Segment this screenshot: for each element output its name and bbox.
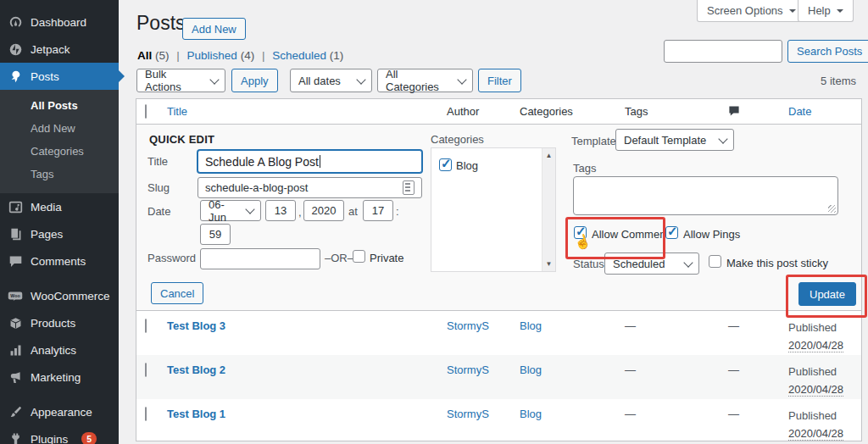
apply-button[interactable]: Apply bbox=[231, 69, 278, 92]
row-checkbox[interactable] bbox=[145, 319, 147, 333]
update-button[interactable]: Update bbox=[798, 282, 856, 306]
screen-options-button[interactable]: Screen Options bbox=[697, 0, 806, 22]
template-select[interactable]: Default Template bbox=[615, 129, 734, 151]
private-checkbox[interactable] bbox=[353, 250, 365, 263]
appearance-icon bbox=[8, 404, 23, 419]
plugins-update-badge: 5 bbox=[81, 432, 97, 444]
sidebar-item-products[interactable]: Products bbox=[0, 309, 119, 336]
slug-label: Slug bbox=[147, 181, 170, 194]
sidebar-item-jetpack[interactable]: Jetpack bbox=[0, 36, 119, 63]
chevron-down-icon bbox=[683, 258, 693, 267]
dates-filter-select[interactable]: All dates bbox=[290, 69, 372, 92]
cancel-button[interactable]: Cancel bbox=[151, 282, 203, 304]
category-link[interactable]: Blog bbox=[520, 319, 542, 332]
author-link[interactable]: StormyS bbox=[447, 364, 489, 376]
items-count: 5 items bbox=[821, 75, 856, 87]
sidebar-item-dashboard[interactable]: Dashboard bbox=[0, 8, 119, 36]
private-label: Private bbox=[370, 252, 403, 264]
date-cell: Published 2020/04/28 bbox=[783, 408, 861, 441]
bulk-actions-select[interactable]: Bulk Actions bbox=[136, 69, 225, 92]
search-input[interactable] bbox=[664, 40, 782, 63]
sidebar-item-media[interactable]: Media bbox=[0, 193, 119, 220]
categories-scrollbar[interactable]: ▲ ▼ bbox=[542, 148, 555, 271]
posts-submenu: All Posts Add New Categories Tags bbox=[0, 90, 119, 193]
column-header-tags: Tags bbox=[620, 105, 723, 118]
filter-button[interactable]: Filter bbox=[478, 69, 521, 92]
chevron-down-icon bbox=[837, 9, 843, 16]
date-at-text: at bbox=[348, 205, 358, 218]
autofill-icon[interactable] bbox=[403, 180, 415, 195]
search-posts-button[interactable]: Search Posts bbox=[787, 40, 868, 63]
status-select[interactable]: Scheduled bbox=[604, 253, 699, 275]
post-title-link[interactable]: Test Blog 3 bbox=[167, 319, 225, 332]
sidebar-item-posts[interactable]: Posts bbox=[0, 63, 119, 90]
view-all-link[interactable]: All bbox=[137, 49, 152, 62]
month-select[interactable]: 06-Jun bbox=[200, 200, 261, 221]
or-separator: –OR– bbox=[325, 252, 353, 264]
minute-input[interactable]: 59 bbox=[200, 224, 231, 245]
tags-value: — bbox=[625, 408, 636, 420]
categories-list-box: Blog ▲ ▼ bbox=[431, 147, 556, 272]
column-header-title[interactable]: Title bbox=[162, 105, 442, 118]
help-button[interactable]: Help bbox=[798, 0, 854, 22]
sidebar-item-label: Media bbox=[31, 201, 62, 214]
comments-value: — bbox=[728, 319, 739, 332]
slug-input[interactable]: schedule-a-blog-post bbox=[198, 177, 422, 198]
quick-edit-panel: QUICK EDIT Title Schedule A Blog Post Sl… bbox=[136, 125, 861, 311]
row-checkbox[interactable] bbox=[145, 363, 147, 377]
post-title-link[interactable]: Test Blog 1 bbox=[167, 408, 225, 420]
password-input[interactable] bbox=[200, 248, 320, 269]
submenu-item-all-posts[interactable]: All Posts bbox=[0, 94, 119, 117]
post-status: Published bbox=[788, 365, 837, 378]
comments-value: — bbox=[728, 364, 739, 376]
sidebar-item-woocommerce[interactable]: Woo WooCommerce bbox=[0, 282, 119, 309]
author-link[interactable]: StormyS bbox=[447, 319, 489, 332]
day-input[interactable]: 13 bbox=[265, 200, 296, 221]
categories-filter-select[interactable]: All Categories bbox=[377, 69, 473, 92]
screen-options-label: Screen Options bbox=[707, 4, 783, 17]
row-checkbox[interactable] bbox=[145, 407, 147, 421]
sidebar-item-plugins[interactable]: Plugins 5 bbox=[0, 425, 119, 444]
add-new-button[interactable]: Add New bbox=[182, 18, 246, 40]
column-header-comments[interactable] bbox=[723, 103, 783, 119]
table-row: Test Blog 2 StormyS Blog — — Published 2… bbox=[136, 355, 861, 399]
submenu-item-categories[interactable]: Categories bbox=[0, 140, 119, 163]
select-all-checkbox[interactable] bbox=[145, 104, 147, 119]
tags-textarea[interactable] bbox=[573, 176, 838, 215]
view-scheduled-link[interactable]: Scheduled bbox=[272, 49, 326, 62]
category-link[interactable]: Blog bbox=[520, 364, 542, 376]
submenu-item-tags[interactable]: Tags bbox=[0, 163, 119, 186]
sidebar-item-label: Plugins bbox=[31, 433, 68, 444]
resize-handle[interactable] bbox=[828, 205, 836, 213]
categories-label: Categories bbox=[431, 133, 484, 146]
sidebar-item-analytics[interactable]: Analytics bbox=[0, 336, 119, 364]
column-header-date[interactable]: Date bbox=[783, 105, 861, 118]
category-blog-label: Blog bbox=[456, 159, 478, 172]
posts-table: Title Author Categories Tags Date QUICK … bbox=[136, 98, 862, 441]
allow-pings-label: Allow Pings bbox=[683, 228, 740, 241]
sidebar-item-pages[interactable]: Pages bbox=[0, 220, 119, 247]
sidebar-item-comments[interactable]: Comments bbox=[0, 247, 119, 275]
post-title-link[interactable]: Test Blog 2 bbox=[167, 364, 225, 376]
chevron-down-icon bbox=[789, 9, 796, 16]
scroll-down-icon[interactable]: ▼ bbox=[542, 260, 555, 268]
sticky-checkbox[interactable] bbox=[709, 255, 721, 268]
template-label: Template bbox=[571, 135, 616, 147]
view-published-link[interactable]: Published bbox=[187, 49, 237, 62]
sidebar-item-marketing[interactable]: Marketing bbox=[0, 364, 119, 391]
hour-input[interactable]: 17 bbox=[363, 200, 393, 221]
allow-pings-checkbox[interactable] bbox=[665, 226, 678, 239]
date-cell: Published 2020/04/28 bbox=[783, 364, 861, 399]
title-input[interactable]: Schedule A Blog Post bbox=[198, 150, 422, 173]
scroll-up-icon[interactable]: ▲ bbox=[542, 152, 555, 159]
sidebar-item-appearance[interactable]: Appearance bbox=[0, 398, 119, 425]
category-blog-checkbox[interactable] bbox=[439, 158, 452, 171]
woocommerce-icon: Woo bbox=[8, 288, 23, 303]
products-icon bbox=[8, 315, 23, 330]
category-link[interactable]: Blog bbox=[520, 408, 542, 420]
chevron-down-icon bbox=[245, 204, 254, 214]
author-link[interactable]: StormyS bbox=[447, 408, 489, 420]
year-input[interactable]: 2020 bbox=[303, 200, 344, 221]
comments-value: — bbox=[728, 408, 739, 420]
submenu-item-add-new[interactable]: Add New bbox=[0, 117, 119, 140]
